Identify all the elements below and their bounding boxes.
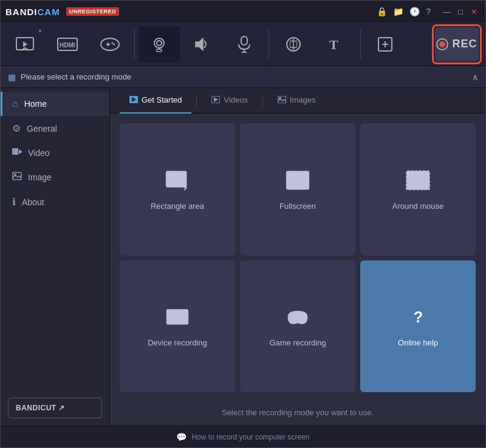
game-recording-icon [286, 305, 310, 332]
svg-rect-34 [289, 175, 306, 186]
sidebar-general-label: General [27, 124, 57, 134]
tab-get-started[interactable]: Get Started [120, 88, 191, 114]
get-started-tab-icon [129, 95, 138, 105]
svg-text:?: ? [414, 308, 423, 325]
app-footer: 💬 How to record your computer screen [1, 426, 485, 447]
svg-rect-22 [12, 148, 18, 155]
unregistered-badge: UNREGISTERED [66, 7, 120, 16]
rec-label: REC [452, 38, 477, 50]
folder-icon[interactable]: 📁 [393, 7, 403, 16]
images-tab-icon [278, 95, 286, 105]
webcam-icon [148, 33, 170, 55]
footer-text[interactable]: How to record your computer screen [191, 433, 309, 441]
svg-point-9 [157, 41, 162, 46]
toolbar-divider-1 [134, 29, 135, 59]
svg-text:HDMI: HDMI [168, 316, 180, 322]
main-area: ⌂ Home ⚙ General Video Image ℹ [1, 88, 485, 426]
extra-tool-button[interactable] [364, 26, 406, 63]
text-button[interactable]: T [315, 26, 357, 63]
tab-images-label: Images [290, 95, 316, 104]
extra-icon [374, 33, 396, 55]
svg-rect-10 [157, 49, 162, 52]
content-hint-text: Select the recording mode you want to us… [222, 408, 374, 417]
system-audio-icon [282, 33, 304, 55]
tab-images[interactable]: Images [268, 88, 326, 114]
sidebar-image-label: Image [28, 172, 52, 182]
svg-point-8 [154, 38, 164, 48]
bandicut-button[interactable]: BANDICUT ↗ [8, 398, 102, 418]
rectangle-area-button[interactable]: Rectangle area [120, 123, 235, 256]
system-audio-button[interactable] [273, 26, 314, 63]
brand-name: BANDICAM [5, 7, 60, 17]
rectangle-area-label: Rectangle area [151, 202, 204, 211]
fullscreen-icon [286, 168, 310, 195]
mode-bar-title: Please select a recording mode [21, 72, 472, 81]
around-mouse-button[interactable]: Around mouse [360, 123, 476, 256]
svg-point-44 [302, 316, 304, 319]
rec-button[interactable]: REC [435, 27, 479, 61]
mic-icon [233, 33, 255, 55]
rec-circle [436, 38, 448, 50]
svg-point-6 [112, 42, 114, 44]
screen-record-button[interactable]: ▼ [4, 26, 46, 63]
tab-divider-1 [196, 95, 197, 106]
game-button[interactable] [89, 26, 131, 63]
tab-videos[interactable]: Videos [202, 88, 258, 114]
mode-bar-icon: ▦ [8, 72, 16, 82]
minimize-button[interactable]: — [440, 5, 454, 18]
speaker-icon [191, 33, 213, 55]
mic-button[interactable] [224, 26, 265, 63]
svg-marker-12 [196, 38, 203, 50]
sidebar-item-image[interactable]: Image [1, 165, 109, 189]
around-mouse-icon [406, 168, 430, 195]
sidebar-home-label: Home [24, 99, 47, 109]
svg-point-7 [114, 43, 115, 45]
help-icon[interactable]: ? [426, 7, 431, 16]
device-recording-button[interactable]: HDMI Device recording [120, 260, 235, 393]
game-recording-label: Game recording [269, 338, 326, 347]
content-hint: Select the recording mode you want to us… [110, 402, 485, 426]
fullscreen-button[interactable]: Fullscreen [240, 123, 355, 256]
titlebar: BANDICAM UNREGISTERED 🔒 📁 🕐 ? — □ ✕ [1, 1, 485, 22]
svg-text:T: T [329, 37, 338, 52]
sidebar: ⌂ Home ⚙ General Video Image ℹ [1, 88, 110, 426]
collapse-button[interactable]: ∧ [472, 72, 478, 82]
lock-icon[interactable]: 🔒 [377, 7, 387, 16]
close-button[interactable]: ✕ [467, 5, 481, 18]
online-help-label: Online help [398, 338, 438, 347]
maximize-button[interactable]: □ [454, 5, 467, 18]
tab-videos-label: Videos [224, 95, 248, 104]
sidebar-item-general[interactable]: ⚙ General [1, 116, 109, 141]
content-panel: Get Started Videos Images [110, 88, 485, 426]
video-sidebar-icon [12, 148, 22, 158]
tabs-bar: Get Started Videos Images [110, 88, 485, 114]
online-help-icon: ? [406, 305, 430, 332]
dropdown-arrow: ▼ [37, 29, 43, 35]
svg-rect-32 [166, 171, 187, 186]
sidebar-video-label: Video [28, 148, 50, 158]
rectangle-area-icon [165, 168, 190, 195]
about-icon: ℹ [12, 196, 16, 208]
webcam-button[interactable] [139, 26, 180, 63]
sidebar-item-video[interactable]: Video [1, 141, 109, 165]
text-icon: T [325, 33, 347, 55]
recording-grid: Rectangle area Fullscreen [110, 114, 485, 402]
speaker-button[interactable] [181, 26, 222, 63]
hdmi-button[interactable]: HDMI [47, 26, 88, 63]
titlebar-icons: 🔒 📁 🕐 ? [377, 7, 431, 16]
svg-marker-29 [214, 97, 218, 102]
hdmi-icon: HDMI [56, 33, 78, 55]
sidebar-item-home[interactable]: ⌂ Home [1, 92, 109, 116]
home-icon: ⌂ [12, 98, 18, 109]
screen-icon [14, 33, 36, 55]
game-recording-button[interactable]: Game recording [240, 260, 355, 393]
toolbar: ▼ HDMI [1, 22, 485, 66]
online-help-button[interactable]: ? Online help [360, 260, 476, 393]
svg-point-43 [300, 314, 303, 317]
sidebar-item-about[interactable]: ℹ About [1, 189, 109, 214]
general-icon: ⚙ [12, 123, 21, 134]
rec-button-highlight: REC [432, 24, 482, 64]
app-window: BANDICAM UNREGISTERED 🔒 📁 🕐 ? — □ ✕ [0, 0, 486, 448]
clock-icon[interactable]: 🕐 [409, 7, 420, 16]
rec-button-content: REC [436, 38, 477, 50]
